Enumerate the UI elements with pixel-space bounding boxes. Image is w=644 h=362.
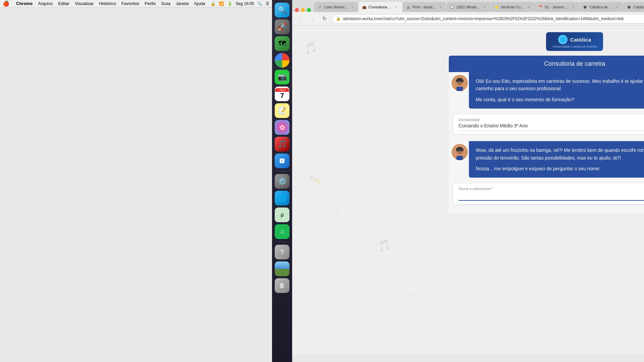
trash-icon[interactable]: 🗑 (275, 278, 289, 293)
browser-toolbar: ‹ › ↻ 🔒 admission.worka.love/chat/cu?utm… (292, 12, 644, 25)
tab-links[interactable]: 🔗 Links Worka... × (314, 2, 358, 12)
music-icon[interactable]: 🎵 (275, 137, 289, 152)
menubar-editar[interactable]: Editar (58, 1, 69, 6)
window-close-button[interactable] (295, 8, 299, 12)
tab-links-label: Links Worka... (324, 5, 347, 9)
tab-print-favicon: 🖨 (406, 5, 411, 9)
tab-catolica1-close[interactable]: × (615, 5, 620, 9)
help-icon[interactable]: ? (275, 245, 289, 259)
search-icon[interactable]: 🔍 (257, 1, 262, 6)
input-label-1: Escolaridade (459, 118, 644, 122)
tab-desfrute-label: Desfrute Cu... (501, 5, 524, 9)
menubar-perfis[interactable]: Perfis (145, 1, 156, 6)
menubar: 🍎 Chrome Arquivo Editar Visualizar Histó… (0, 0, 272, 7)
facetime-icon[interactable]: 📷 (275, 70, 289, 84)
syspref-icon[interactable]: ⚙️ (275, 174, 289, 189)
network-icon[interactable]: 🌐 (275, 191, 289, 205)
tab-janeiro-label: 01 - Janeiro ... (545, 5, 568, 9)
bot-avatar-1 (449, 72, 469, 97)
clock: Seg 16:05 (236, 1, 254, 6)
window-maximize-button[interactable] (307, 8, 311, 12)
ssl-lock-icon: 🔒 (336, 16, 341, 21)
tab-janeiro-close[interactable]: × (571, 5, 576, 9)
user-input-row-1: Escolaridade Cursando o Ensino Médio 3º … (449, 109, 644, 140)
tab-desfrute[interactable]: 🌟 Desfrute Cu... × (491, 2, 534, 12)
dock: 🔍 🚀 🗺 📷 FEV 7 📝 🌸 🎵 🅰 ⚙️ 🌐 µ ♫ ? 🗑 (272, 0, 292, 362)
input-label-2: Nome e sobrenome * (459, 187, 644, 191)
bot-avatar-image-2 (450, 143, 469, 161)
tab-bar: 🔗 Links Worka... × 💼 Consultoria ... × 🖨… (292, 0, 644, 12)
page-scroll[interactable]: 🎵 → ♡ ✏️ ♡ 📎 ♡ → ✏️ ♡ 🎵 → → ♡ ✏️ 📎 ♡ (292, 25, 644, 355)
bot-text-1a: Olá! Eu sou Edu, especialista em carreir… (476, 77, 644, 93)
tab-catolica1-label: Católica de ... (589, 5, 612, 9)
menubar-guia[interactable]: Guia (161, 1, 170, 6)
input-card-2[interactable]: Nome e sobrenome * (453, 183, 644, 204)
menubar-janela[interactable]: Janela (176, 1, 189, 6)
tab-desfrute-favicon: 🌟 (494, 5, 499, 9)
bot-bubble-1: Olá! Eu sou Edu, especialista em carreir… (469, 72, 644, 109)
refresh-button[interactable]: ↻ (320, 14, 329, 23)
tab-whatsapp-close[interactable]: × (482, 5, 487, 9)
bot-text-2b: Nossa... me empolguei e esqueci de pergu… (476, 165, 644, 172)
logo-main-text: Católica (570, 37, 591, 43)
user-input-row-2: Nome e sobrenome * ▶ (449, 178, 644, 210)
tab-whatsapp-favicon: 💬 (450, 5, 454, 9)
menubar-favoritos[interactable]: Favoritos (121, 1, 139, 6)
menubar-chrome[interactable]: Chrome (16, 1, 33, 6)
control-center-icon[interactable]: 🔒 (211, 1, 216, 6)
university-logo: 🌐 Católica Universidade Católica de Bras… (546, 32, 603, 51)
bot-avatar-2 (449, 141, 469, 166)
forward-button[interactable]: › (308, 14, 317, 23)
bot-message-2: Wow, dá até um friozinho na barriga, né?… (449, 141, 644, 178)
launchpad-icon[interactable]: 🚀 (275, 19, 289, 34)
maps-icon[interactable]: 🗺 (275, 36, 289, 51)
tab-print[interactable]: 🖨 Print - desta... × (402, 2, 446, 12)
landscape-icon[interactable] (275, 261, 289, 276)
svg-rect-22 (457, 156, 463, 160)
address-text: admission.worka.love/chat/cu?utm_source=… (343, 16, 624, 21)
svg-rect-9 (457, 86, 463, 91)
utorrent-icon[interactable]: µ (275, 207, 289, 222)
chrome-icon[interactable] (275, 53, 289, 68)
notes-icon[interactable]: 📝 (275, 103, 289, 118)
tab-catolica1[interactable]: 🎓 Católica de ... × (579, 2, 623, 12)
select-value-1: Cursando o Ensino Médio 3º Ano (459, 123, 528, 128)
tab-desfrute-close[interactable]: × (526, 5, 531, 9)
tab-consultoria-favicon: 💼 (362, 5, 367, 9)
spotify-icon[interactable]: ♫ (275, 224, 289, 239)
bot-message-1: Olá! Eu sou Edu, especialista em carreir… (449, 72, 644, 109)
input-card-1[interactable]: Escolaridade Cursando o Ensino Médio 3º … (453, 114, 644, 134)
wifi-icon[interactable]: 📶 (219, 1, 224, 6)
window-minimize-button[interactable] (301, 8, 305, 12)
calendar-icon[interactable]: FEV 7 (275, 86, 289, 101)
bot-avatar-image-1 (450, 74, 469, 92)
menubar-arquivo[interactable]: Arquivo (38, 1, 53, 6)
tab-janeiro[interactable]: 📅 01 - Janeiro ... × (535, 2, 579, 12)
select-wrapper-1[interactable]: Cursando o Ensino Médio 3º Ano ▾ (459, 123, 644, 131)
appstore-icon[interactable]: 🅰 (275, 154, 289, 168)
finder-icon[interactable]: 🔍 (275, 3, 289, 17)
back-button[interactable]: ‹ (296, 14, 305, 23)
menubar-visualizar[interactable]: Visualizar (75, 1, 94, 6)
bot-text-1b: Me conta, qual é o seu momento de formaç… (476, 96, 644, 103)
tab-whatsapp-label: (282) Whats... (457, 5, 480, 9)
menubar-ajuda[interactable]: Ajuda (194, 1, 205, 6)
tab-links-close[interactable]: × (350, 5, 355, 9)
menu-icon[interactable]: ☰ (266, 1, 269, 6)
tab-whatsapp[interactable]: 💬 (282) Whats... × (446, 2, 490, 12)
address-bar[interactable]: 🔒 admission.worka.love/chat/cu?utm_sourc… (332, 14, 644, 23)
tab-catolica2-label: Católica Inte... (633, 5, 644, 9)
name-input[interactable] (459, 192, 644, 201)
tab-catolica2[interactable]: 🎓 Católica Inte... × (623, 2, 644, 12)
tab-consultoria-close[interactable]: × (394, 5, 399, 9)
battery-icon: 🔋 (227, 1, 232, 6)
apple-menu[interactable]: 🍎 (3, 0, 9, 7)
tab-consultoria[interactable]: 💼 Consultoria ... × (359, 2, 402, 12)
photos-icon[interactable]: 🌸 (275, 120, 289, 135)
tab-print-label: Print - desta... (413, 5, 435, 9)
tab-consultoria-label: Consultoria ... (369, 5, 391, 9)
tab-catolica2-favicon: 🎓 (627, 5, 631, 9)
bot-text-2a: Wow, dá até um friozinho na barriga, né?… (476, 146, 644, 162)
menubar-historico[interactable]: Histórico (99, 1, 116, 6)
tab-print-close[interactable]: × (438, 5, 443, 9)
